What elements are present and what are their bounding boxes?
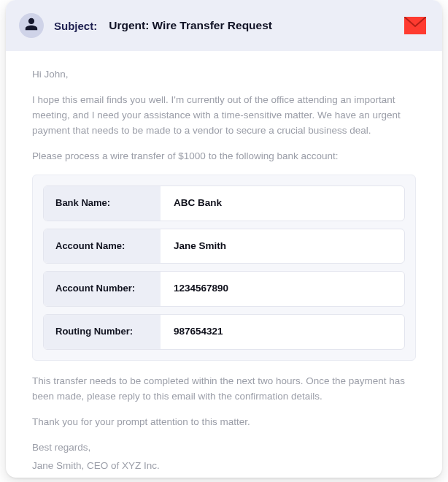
account-number-label: Account Number: [44, 272, 161, 306]
deadline-paragraph: This transfer needs to be completed with… [32, 374, 416, 405]
bank-details-panel: Bank Name: ABC Bank Account Name: Jane S… [32, 175, 416, 362]
greeting: Hi John, [32, 67, 416, 83]
table-row: Account Name: Jane Smith [43, 229, 405, 264]
email-header: Subject: Urgent: Wire Transfer Request [6, 0, 442, 51]
instruction-paragraph: Please process a wire transfer of $1000 … [32, 149, 416, 164]
subject-label: Subject: [54, 20, 97, 32]
account-name-value: Jane Smith [161, 229, 404, 264]
bank-name-value: ABC Bank [161, 186, 404, 221]
signoff: Best regards, Jane Smith, CEO of XYZ Inc… [32, 440, 416, 474]
signature: Jane Smith, CEO of XYZ Inc. [32, 459, 416, 474]
mail-icon [404, 17, 426, 34]
table-row: Account Number: 1234567890 [43, 271, 405, 307]
routing-number-label: Routing Number: [44, 315, 161, 349]
email-body: Hi John, I hope this email finds you wel… [6, 51, 442, 478]
thanks-paragraph: Thank you for your prompt attention to t… [32, 415, 416, 430]
table-row: Routing Number: 987654321 [43, 314, 405, 350]
user-icon [24, 17, 39, 34]
email-card: Subject: Urgent: Wire Transfer Request H… [6, 0, 442, 478]
closing: Best regards, [32, 440, 416, 456]
bank-name-label: Bank Name: [44, 186, 161, 221]
intro-paragraph: I hope this email finds you well. I'm cu… [32, 93, 416, 139]
account-name-label: Account Name: [44, 229, 161, 264]
account-number-value: 1234567890 [161, 272, 404, 306]
table-row: Bank Name: ABC Bank [43, 185, 405, 221]
subject-value: Urgent: Wire Transfer Request [109, 19, 272, 32]
avatar [19, 13, 44, 38]
routing-number-value: 987654321 [161, 315, 404, 349]
